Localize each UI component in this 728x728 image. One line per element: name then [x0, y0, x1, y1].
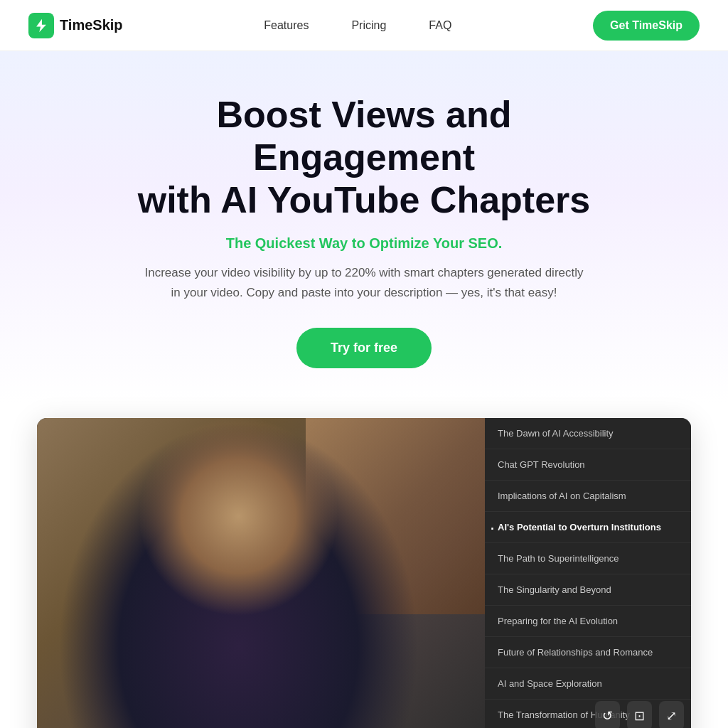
navbar: TimeSkip Features Pricing FAQ Get TimeSk…	[0, 0, 728, 51]
chapter-item[interactable]: The Singularity and Beyond	[485, 574, 691, 606]
chapters-list: The Dawn of AI AccessibilityChat GPT Rev…	[485, 418, 691, 728]
nav-item-features[interactable]: Features	[264, 19, 309, 32]
hero-headline: Boost Views and Engagement with AI YouTu…	[115, 94, 613, 221]
hero-subtitle: The Quickest Way to Optimize Your SEO.	[14, 235, 714, 252]
expand-button[interactable]: ⤢	[659, 701, 684, 728]
chapter-item[interactable]: The Path to Superintelligence	[485, 543, 691, 574]
logo[interactable]: TimeSkip	[28, 13, 123, 38]
hero-section: Boost Views and Engagement with AI YouTu…	[0, 51, 728, 404]
chapter-overlay-buttons: ↺ ⊡ ⤢	[595, 701, 684, 728]
chapter-item[interactable]: Preparing for the AI Evolution	[485, 606, 691, 637]
chapter-item[interactable]: Future of Relationships and Romance	[485, 637, 691, 668]
nav-link-faq[interactable]: FAQ	[429, 19, 451, 31]
nav-item-faq[interactable]: FAQ	[429, 19, 451, 32]
video-person-area[interactable]	[37, 418, 485, 728]
nav-link-pricing[interactable]: Pricing	[351, 19, 386, 31]
video-section: The Dawn of AI AccessibilityChat GPT Rev…	[16, 404, 712, 728]
hero-headline-line1: Boost Views and Engagement	[216, 94, 511, 178]
chapter-item[interactable]: AI and Space Exploration	[485, 668, 691, 700]
nav-link-features[interactable]: Features	[264, 19, 309, 31]
lightning-icon	[33, 18, 49, 33]
chapter-item[interactable]: The Dawn of AI Accessibility	[485, 418, 691, 449]
hero-headline-line2: with AI YouTube Chapters	[138, 179, 591, 220]
video-chapters-panel: The Dawn of AI AccessibilityChat GPT Rev…	[485, 418, 691, 728]
logo-icon	[28, 13, 54, 38]
video-main: The Dawn of AI AccessibilityChat GPT Rev…	[37, 418, 691, 728]
get-timeskip-button[interactable]: Get TimeSkip	[593, 11, 700, 41]
refresh-button[interactable]: ↺	[595, 701, 620, 728]
chapter-item[interactable]: Implications of AI on Capitalism	[485, 481, 691, 512]
chapter-item[interactable]: Chat GPT Revolution	[485, 449, 691, 481]
person-silhouette	[37, 418, 485, 728]
resize-button[interactable]: ⊡	[627, 701, 652, 728]
brand-name: TimeSkip	[60, 17, 123, 33]
nav-item-pricing[interactable]: Pricing	[351, 19, 386, 32]
chapter-item[interactable]: AI's Potential to Overturn Institutions	[485, 512, 691, 543]
nav-links: Features Pricing FAQ	[264, 19, 451, 32]
video-container: The Dawn of AI AccessibilityChat GPT Rev…	[37, 418, 691, 728]
hero-description: Increase your video visibility by up to …	[144, 263, 584, 301]
try-for-free-button[interactable]: Try for free	[296, 328, 432, 368]
